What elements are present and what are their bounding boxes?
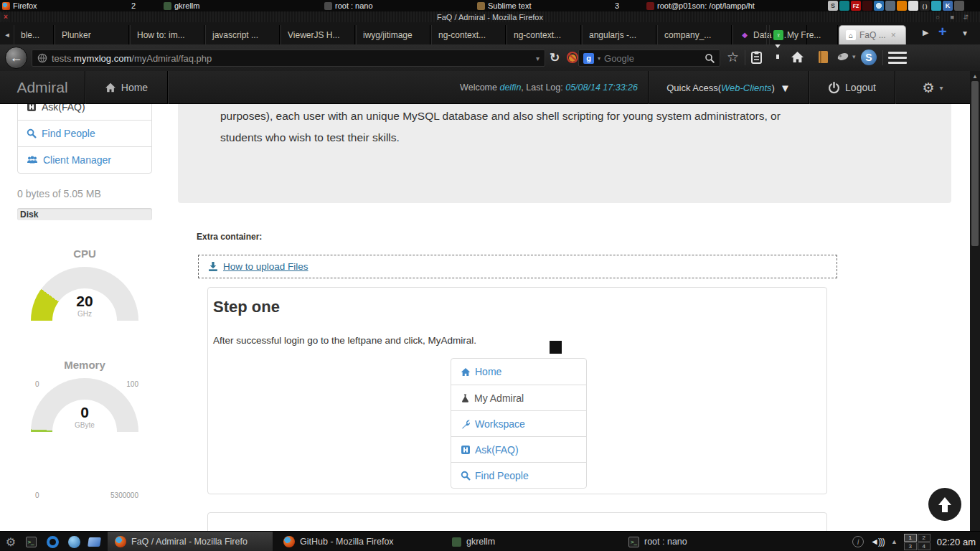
navigation-toolbar: ← tests.mymxlog.com/myAdmiral/faq.php ▾ …	[0, 44, 980, 71]
brand-title[interactable]: Admiral	[0, 71, 85, 104]
flask-icon	[461, 393, 470, 403]
monitor-tray-icon[interactable]	[908, 1, 918, 11]
home-icon[interactable]	[791, 51, 804, 63]
list-all-tabs-button[interactable]: ▾	[963, 28, 967, 38]
tab-close-icon[interactable]: ×	[891, 30, 896, 40]
winbar-item-firefox[interactable]: Firefox	[2, 0, 37, 11]
menu-item-ask-faq[interactable]: Ask(FAQ)	[451, 436, 586, 462]
winbar-item-sublime[interactable]: Sublime text	[477, 0, 532, 11]
xchat-tray-icon[interactable]	[897, 1, 907, 11]
reader-book-icon[interactable]	[818, 50, 829, 64]
sidebar-item-find-people[interactable]: Find People	[18, 120, 151, 146]
tab[interactable]: How to: im...	[130, 25, 204, 44]
taskbar-window-faq[interactable]: FaQ / Admiral - Mozilla Firefo	[108, 532, 273, 551]
info-icon[interactable]: i	[852, 536, 864, 547]
url-dropdown-icon[interactable]: ▾	[536, 55, 540, 62]
sidebar-item-ask-faq[interactable]: Ask(FAQ)	[18, 104, 151, 120]
admiral-navbar: Admiral Home Welcome delfin, Last Log: 0…	[0, 71, 970, 104]
winbar-item-gkrellm[interactable]: gkrellm	[164, 0, 199, 11]
adblock-icon[interactable]	[566, 51, 579, 64]
volume-icon[interactable]: ◄)))	[870, 537, 885, 547]
tab[interactable]: ng-context...	[507, 25, 581, 44]
workspace-1[interactable]: 1	[904, 534, 917, 542]
menu-item-find-people[interactable]: Find People	[451, 462, 586, 488]
welcome-status: Welcome delfin, Last Log: 05/08/14 17:33…	[167, 71, 648, 104]
search-placeholder: Google	[604, 53, 634, 64]
downloads-icon[interactable]	[773, 48, 782, 61]
new-tab-button[interactable]: +	[938, 24, 947, 40]
bookmark-star-icon[interactable]: ☆	[727, 49, 739, 65]
globe-launcher-icon[interactable]	[66, 534, 82, 550]
settings-gear-dropdown[interactable]: ⚙ ▾	[895, 71, 970, 104]
back-button[interactable]: ←	[5, 47, 27, 69]
taskbar-window-nano[interactable]: >_ root : nano	[621, 532, 765, 551]
amule-tray-icon[interactable]	[839, 1, 849, 11]
tab[interactable]: ng-context...	[431, 25, 506, 44]
globe-tray-icon[interactable]	[874, 1, 884, 11]
how-to-upload-link[interactable]: How to upload Files	[207, 261, 308, 272]
terminal-launcher-icon[interactable]: >_	[23, 534, 39, 550]
kde-tray-icon[interactable]: K	[943, 1, 953, 11]
menu-item-workspace[interactable]: Workspace	[451, 410, 586, 436]
tab-scroll-left-button[interactable]: ◂	[1, 27, 13, 42]
flag-tray-icon[interactable]	[954, 1, 964, 11]
bookmarks-menu-icon[interactable]	[750, 51, 763, 64]
tray-expand-icon[interactable]: ▲	[891, 538, 897, 545]
tab-scroll-right-button[interactable]: ▶	[923, 28, 928, 37]
logout-button[interactable]: Logout	[809, 71, 895, 104]
tab[interactable]: ♀ My Fre...	[766, 25, 838, 44]
url-bar[interactable]: tests.mymxlog.com/myAdmiral/faq.php ▾	[32, 50, 545, 67]
navbar-home-link[interactable]: Home	[85, 71, 167, 104]
tab[interactable]: ViewerJS H...	[281, 25, 355, 44]
wrench-icon	[461, 419, 471, 429]
workspace-pager[interactable]: 1 2 3 4	[904, 534, 930, 550]
winbar-item-root-terminal[interactable]: root@p01son: /opt/lampp/ht	[646, 0, 755, 11]
search-engine-dropdown-icon[interactable]: ▾	[598, 55, 600, 62]
terminal-tray-icon[interactable]	[862, 1, 872, 11]
tab[interactable]: iwyg/jitimage	[356, 25, 430, 44]
workspace-2[interactable]: 2	[918, 534, 930, 542]
window-close-button[interactable]: ×	[1, 13, 10, 22]
workspace-3[interactable]: 3	[904, 542, 917, 550]
menu-item-home[interactable]: Home	[451, 359, 586, 385]
google-logo-icon[interactable]: g	[583, 53, 594, 64]
window-shade-button[interactable]: ⇵	[963, 14, 969, 21]
users-icon	[27, 155, 38, 165]
window-iconify-button[interactable]: ○	[936, 14, 940, 21]
filezilla-tray-icon[interactable]: FZ	[851, 1, 861, 11]
folder-launcher-icon[interactable]	[86, 534, 102, 550]
tab[interactable]: angularjs -...	[582, 25, 656, 44]
quick-access-dropdown[interactable]: Quick Acess(Web-Clients) ▼	[648, 71, 809, 104]
winbar-label: Firefox	[13, 1, 37, 10]
tab[interactable]: Plunker	[55, 25, 129, 44]
browser-scrollbar[interactable]: ▲	[970, 71, 980, 531]
scrollbar-up-arrow[interactable]: ▲	[970, 71, 980, 80]
menu-item-my-admiral[interactable]: My Admiral	[451, 385, 586, 410]
menu-hamburger-icon[interactable]	[888, 52, 907, 64]
taskbar-window-gkrellm[interactable]: gkrellm	[445, 532, 588, 551]
ring-launcher-icon[interactable]	[44, 534, 60, 550]
skype-extension-icon[interactable]: S	[861, 50, 877, 65]
sublime-tray-icon[interactable]: S	[828, 1, 838, 11]
theme-brush-icon[interactable]	[837, 52, 849, 62]
taskbar-window-github[interactable]: GitHub - Mozilla Firefox	[276, 532, 434, 551]
network-tray-icon[interactable]	[885, 1, 895, 11]
search-icon[interactable]	[705, 53, 715, 64]
winbar-item-nano[interactable]: root : nano	[324, 0, 373, 11]
kde-launcher-icon[interactable]: ⚙	[3, 534, 19, 550]
drop-tray-icon[interactable]	[931, 1, 941, 11]
tab[interactable]: ble...	[14, 25, 54, 44]
volume-tray-icon[interactable]: ( )	[920, 1, 930, 11]
scroll-to-top-button[interactable]	[928, 488, 961, 521]
search-bar[interactable]: g ▾ Google	[578, 50, 720, 67]
tab[interactable]: company_...	[657, 25, 732, 44]
reload-button[interactable]: ↻	[550, 50, 560, 65]
tab-active[interactable]: ⌂ FaQ ... ×	[839, 25, 906, 44]
data-tab-favicon: ◆	[740, 30, 750, 40]
workspace-4[interactable]: 4	[918, 542, 930, 550]
brush-dropdown-icon[interactable]: ▾	[852, 53, 856, 60]
window-maximize-button[interactable]: ■	[951, 14, 954, 21]
sidebar-item-client-manager[interactable]: Client Manager	[18, 146, 151, 173]
scrollbar-thumb[interactable]	[971, 81, 979, 246]
tab[interactable]: javascript ...	[205, 25, 280, 44]
